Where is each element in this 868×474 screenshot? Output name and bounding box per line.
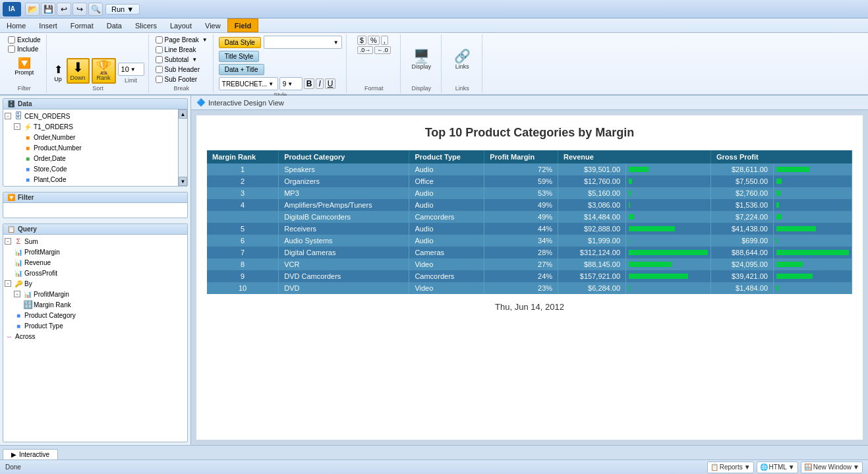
- td-rank: 4: [207, 199, 279, 211]
- include-checkbox[interactable]: [8, 45, 15, 53]
- open-icon[interactable]: 📂: [25, 3, 40, 16]
- query-tree-revenue[interactable]: 📊 Revenue: [5, 257, 186, 268]
- exclude-check[interactable]: Exclude: [7, 36, 42, 44]
- td-rank: 7: [207, 247, 279, 258]
- menu-view[interactable]: View: [198, 18, 227, 32]
- save-icon[interactable]: 💾: [41, 3, 55, 16]
- interactive-icon: 🔷: [196, 98, 206, 107]
- tab-interactive-label: Interactive: [19, 451, 49, 458]
- html-dropdown[interactable]: 🌐 HTML ▼: [757, 461, 798, 473]
- menu-field[interactable]: Field: [227, 18, 259, 32]
- expander-by[interactable]: -: [5, 280, 11, 287]
- format-inc-decimal-button[interactable]: .0→: [357, 46, 374, 54]
- menu-slicers[interactable]: Slicers: [129, 18, 163, 32]
- data-tree-scrollbar[interactable]: ▲ ▼: [178, 109, 187, 186]
- query-tree-grossprofit[interactable]: 📊 GrossProfit: [5, 268, 186, 278]
- tree-item-order-date[interactable]: ■ Order,Date: [5, 153, 177, 163]
- query-tree-sum[interactable]: - Σ Sum: [5, 236, 186, 247]
- menu-layout[interactable]: Layout: [163, 18, 198, 32]
- ribbon-group-style: Data Style ▼ Title Style Data + Title TR…: [215, 34, 347, 93]
- td-category: DigitalB Camcorders: [279, 211, 409, 223]
- format-percent-button[interactable]: %: [368, 36, 380, 45]
- bold-button[interactable]: B: [304, 78, 315, 89]
- subtotal-check[interactable]: Subtotal ▼: [154, 55, 199, 64]
- title-style-button[interactable]: Title Style: [219, 51, 260, 62]
- td-margin: 53%: [484, 187, 558, 199]
- td-margin: 44%: [484, 223, 558, 235]
- td-category: Audio Systems: [279, 235, 409, 247]
- expander-cen-orders[interactable]: -: [5, 113, 11, 119]
- limit-dropdown[interactable]: 10 ▼: [118, 63, 144, 76]
- th-profit-margin: Profit Margin: [484, 150, 558, 163]
- filter-section-header: 🔽 Filter: [3, 193, 187, 203]
- subtotal-checkbox[interactable]: [156, 56, 163, 63]
- query-tree-margin-rank[interactable]: 🔢 Margin Rank: [5, 299, 186, 310]
- search-icon[interactable]: 🔍: [88, 3, 103, 16]
- tree-item-t1-orders[interactable]: - ⚡ T1_ORDERS: [5, 121, 177, 132]
- font-name-dropdown[interactable]: TREBUCHET... ▼: [219, 77, 278, 90]
- menu-insert[interactable]: Insert: [32, 18, 64, 32]
- run-button[interactable]: Run ▼: [105, 4, 140, 15]
- sub-header-checkbox[interactable]: [156, 66, 163, 73]
- sub-footer-check[interactable]: Sub Footer: [154, 75, 198, 84]
- data-plus-title-button[interactable]: Data + Title: [219, 64, 264, 75]
- query-tree: - Σ Sum 📊 ProfitMargin 📊 Revenue 📊: [3, 235, 187, 343]
- menu-home[interactable]: Home: [0, 18, 32, 32]
- query-tree-product-type[interactable]: ■ Product Type: [5, 320, 186, 331]
- td-margin: 34%: [484, 235, 558, 247]
- tree-item-plant-code[interactable]: ■ Plant,Code: [5, 174, 177, 185]
- menu-data[interactable]: Data: [100, 18, 129, 32]
- sort-up-button[interactable]: ⬆ Up: [52, 62, 65, 84]
- query-tree-by[interactable]: - 🔑 By: [5, 278, 186, 289]
- display-button[interactable]: 🖥️ Display: [409, 48, 434, 71]
- tree-item-order-number[interactable]: ■ Order,Number: [5, 132, 177, 142]
- sort-down-button[interactable]: ⬇ Down: [67, 58, 90, 84]
- format-dollar-button[interactable]: $: [357, 36, 366, 45]
- td-gp-bar: [774, 282, 852, 294]
- reports-dropdown[interactable]: 📋 Reports ▼: [707, 461, 754, 473]
- new-window-dropdown[interactable]: 🪟 New Window ▼: [801, 461, 863, 473]
- tree-item-store-code[interactable]: ■ Store,Code: [5, 163, 177, 174]
- td-rev-bar: [626, 247, 711, 258]
- exclude-checkbox[interactable]: [8, 36, 15, 44]
- td-type: Audio: [409, 163, 484, 175]
- tab-bar: ▶ Interactive: [0, 445, 868, 459]
- expander-t1-orders[interactable]: -: [14, 123, 20, 130]
- query-tree-across[interactable]: ↔ Across: [5, 331, 186, 341]
- line-break-checkbox[interactable]: [156, 46, 163, 53]
- filter-button[interactable]: 🔽 Prompt: [13, 55, 36, 77]
- td-rev-bar: [626, 282, 711, 294]
- query-tree-profitmargin[interactable]: 📊 ProfitMargin: [5, 247, 186, 257]
- query-tree-product-category[interactable]: ■ Product Category: [5, 310, 186, 320]
- field-str-icon: ■: [23, 164, 32, 173]
- tree-item-product-number[interactable]: ■ Product,Number: [5, 142, 177, 153]
- sub-header-check[interactable]: Sub Header: [154, 65, 201, 74]
- expander-sum[interactable]: -: [5, 238, 11, 245]
- underline-button[interactable]: U: [325, 78, 336, 89]
- tab-interactive[interactable]: ▶ Interactive: [3, 449, 58, 459]
- page-break-check[interactable]: Page Break ▼: [154, 36, 209, 44]
- undo-icon[interactable]: ↩: [57, 3, 71, 16]
- filter-icon: 🔽: [7, 194, 15, 201]
- rank-button[interactable]: 🏆 Rank: [92, 58, 116, 84]
- query-tree-by-profitmargin[interactable]: - 📊 ProfitMargin: [5, 289, 186, 299]
- links-button[interactable]: 🔗 Links: [451, 48, 473, 71]
- page-break-checkbox[interactable]: [156, 36, 163, 44]
- expander-by-pm[interactable]: -: [14, 291, 20, 297]
- td-rank: 8: [207, 258, 279, 270]
- format-comma-button[interactable]: ,: [381, 36, 388, 45]
- redo-icon[interactable]: ↪: [72, 3, 87, 16]
- italic-button[interactable]: I: [316, 78, 323, 89]
- line-break-check[interactable]: Line Break: [154, 45, 198, 54]
- include-check[interactable]: Include: [7, 45, 40, 53]
- format-dec-decimal-button[interactable]: ←.0: [374, 46, 391, 54]
- data-style-button[interactable]: Data Style: [219, 37, 261, 48]
- style-dropdown[interactable]: ▼: [264, 36, 342, 49]
- tree-item-cen-orders[interactable]: - 🗄 CEN_ORDERS: [5, 111, 177, 121]
- left-panel: 🗄️ Data - 🗄 CEN_ORDERS - ⚡: [0, 96, 191, 445]
- sub-footer-checkbox[interactable]: [156, 76, 163, 83]
- td-rev-bar: [626, 163, 711, 175]
- font-size-dropdown[interactable]: 9 ▼: [279, 77, 303, 90]
- menu-format[interactable]: Format: [64, 18, 100, 32]
- td-gp-bar: [774, 270, 852, 282]
